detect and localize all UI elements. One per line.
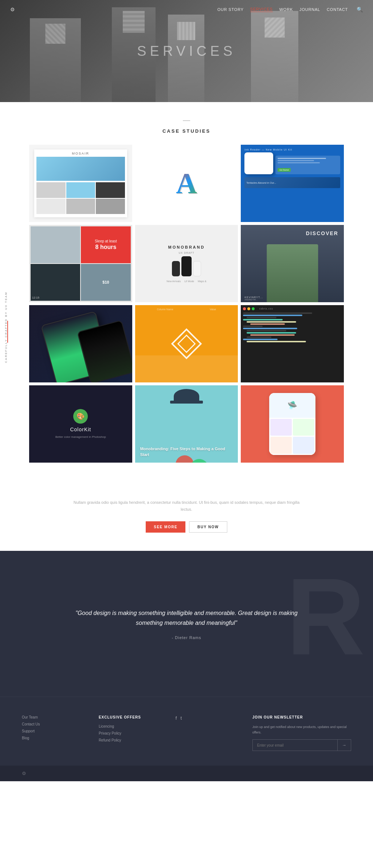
footer-bottom: ⚙ [0,766,373,781]
newsletter-submit-button[interactable]: → [337,740,351,751]
blog-title: Monobranding: Five Steps to Making a Goo… [140,446,233,458]
facebook-icon[interactable]: f [176,715,177,721]
quote-section: R "Good design is making something intel… [0,551,373,697]
monobrand-title: MONOBRAND [168,245,205,249]
portfolio-item-ink-reader[interactable]: Ink Reader — New Mobile UI Kit Get Start… [241,145,344,222]
footer-support[interactable]: Support [22,729,88,733]
portfolio-item-blog[interactable]: Monobranding: Five Steps to Making a Goo… [135,385,238,463]
hero-title: SERVICES [137,43,236,59]
footer-col-1: Our Team Contact Us Support Blog [22,715,88,751]
portfolio-item-code-editor[interactable]: cobra.css [241,305,344,382]
letter-a: A [176,167,197,200]
footer-col2-title: Exclusive Offers [99,715,165,719]
header: ⚙ OUR STORY SERVICES WORK JOURNAL CONTAC… [0,0,373,19]
ufo-icon: 🛸 [287,401,297,410]
quote-bg-decoration: R [271,562,373,697]
portfolio-item-colorkit[interactable]: 🎨 ColorKit Better color management in Ph… [29,385,132,463]
portfolio-item-diamond[interactable]: Column Name Value [135,305,238,382]
portfolio-item-discover[interactable]: Discover KEVINRYT... ANDREYIR... [241,225,344,302]
footer-gear-icon[interactable]: ⚙ [22,771,26,776]
quote-author: - Dieter Rams [172,635,201,640]
discover-label: Discover [306,230,338,236]
see-more-button[interactable]: SEE MORE [146,521,185,533]
quote-text: "Good design is making something intelli… [66,608,307,628]
twitter-icon[interactable]: t [180,715,182,721]
portfolio-item-mosaic[interactable]: MOSAIR [29,145,132,222]
monobrand-sub: UX DRAFT [178,252,194,254]
nav-journal[interactable]: JOURNAL [299,7,320,12]
portfolio-item-monobrand[interactable]: MONOBRAND UX DRAFT New Arrivals Lif Mode… [135,225,238,302]
footer-our-team[interactable]: Our Team [22,715,88,719]
nav-contact[interactable]: CONTACT [327,7,348,12]
portfolio-item-ui-collage[interactable]: Sleep at least 8 hours 12:15 $10 [29,225,132,302]
code-dot-red [243,307,246,310]
social-links: f t [176,715,242,721]
cta-description: Nullam gravida odio quis ligula hendreri… [73,499,300,513]
footer-blog[interactable]: Blog [22,736,88,740]
newsletter-input[interactable] [253,740,337,751]
search-icon[interactable]: 🔍 [357,7,363,12]
footer-refund-policy[interactable]: Refund Policy [99,738,165,742]
ink-btn: Get Started [278,168,291,172]
newsletter-description: Join up and get notified about new produ… [252,724,351,735]
newsletter-form: → [252,739,351,751]
nav-our-story[interactable]: OUR STORY [217,7,244,12]
footer-contact-us[interactable]: Contact Us [22,722,88,726]
cta-buttons: SEE MORE BUY NOW [73,521,300,533]
footer-col-social: f t [176,715,242,751]
portfolio-item-phone-dark[interactable] [29,305,132,382]
footer-col-2: Exclusive Offers Licencing Privacy Polic… [99,715,165,751]
newsletter-title: JOIN OUR NEWSLETTER [252,715,351,719]
main-nav: OUR STORY SERVICES WORK JOURNAL CONTACT … [217,7,363,12]
code-dot-yellow [247,307,250,310]
portfolio-item-app-preview[interactable]: 🛸 [241,385,344,463]
case-studies-section: CASE STUDIES MOSAIR [0,102,373,484]
portfolio-item-letter-a[interactable]: A [135,145,238,222]
header-left: ⚙ [10,7,15,12]
ink-header: Ink Reader — New Mobile UI Kit [244,148,340,151]
nav-work[interactable]: WORK [279,7,293,12]
colorkit-icon: 🎨 [73,409,88,424]
footer-col-newsletter: JOIN OUR NEWSLETTER Join up and get noti… [252,715,351,751]
footer-privacy-policy[interactable]: Privacy Policy [99,731,165,735]
gear-icon[interactable]: ⚙ [10,7,15,12]
nav-services[interactable]: SERVICES [250,7,273,12]
footer-licencing[interactable]: Licencing [99,724,165,728]
section-divider [183,120,190,121]
cta-section: Nullam gravida odio quis ligula hendreri… [0,484,373,551]
case-studies-title: CASE STUDIES [29,128,344,134]
footer: Our Team Contact Us Support Blog Exclusi… [0,697,373,766]
colorkit-title: ColorKit [70,427,91,432]
portfolio-grid: MOSAIR A Ink Reader [29,145,344,463]
code-dot-green [252,307,255,310]
buy-now-button[interactable]: BUY NOW [189,521,227,533]
colorkit-subtitle: Better color management in Photoshop [55,435,106,439]
